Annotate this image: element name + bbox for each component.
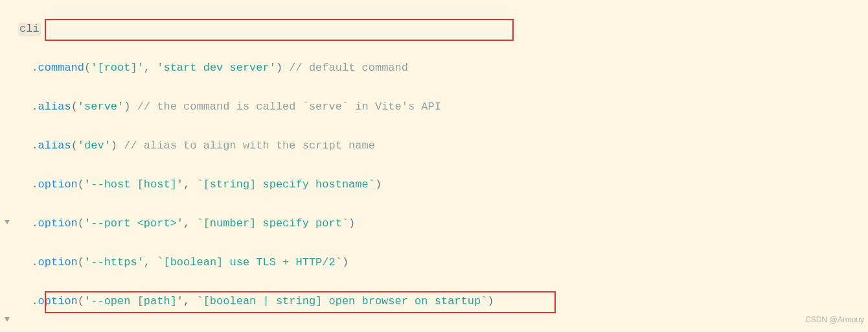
method-alias: alias bbox=[38, 101, 71, 113]
string-literal: 'start dev server' bbox=[157, 62, 276, 74]
method-alias: alias bbox=[38, 139, 71, 152]
method-option: option bbox=[38, 295, 78, 307]
watermark: CSDN @Armouy bbox=[805, 310, 864, 329]
code-line: .alias('serve') // the command is called… bbox=[18, 97, 712, 117]
method-option: option bbox=[38, 217, 78, 230]
string-literal: '--open [path]' bbox=[84, 295, 183, 307]
code-line: .command('[root]', 'start dev server') /… bbox=[18, 58, 712, 78]
code-line: .option('--https', `[boolean] use TLS + … bbox=[18, 253, 712, 272]
string-literal: `[number] specify port` bbox=[196, 217, 348, 230]
string-literal: 'dev' bbox=[78, 139, 111, 152]
code-block: cli .command('[root]', 'start dev server… bbox=[0, 0, 712, 332]
method-option: option bbox=[38, 178, 78, 191]
string-literal: `[string] specify hostname` bbox=[196, 178, 374, 191]
code-line: cli bbox=[18, 19, 712, 39]
string-literal: '--port <port>' bbox=[84, 217, 183, 230]
comment: // default command bbox=[282, 62, 408, 74]
comment: // the command is called `serve` in Vite… bbox=[130, 101, 440, 113]
string-literal: '--host [host]' bbox=[84, 178, 183, 191]
code-line: .option('--port <port>', `[number] speci… bbox=[18, 214, 712, 233]
string-literal: `[boolean] use TLS + HTTP/2` bbox=[157, 256, 342, 268]
method-option: option bbox=[38, 256, 78, 268]
code-line: .option('--open [path]', `[boolean | str… bbox=[18, 292, 712, 311]
method-command: command bbox=[38, 62, 84, 74]
identifier: cli bbox=[18, 23, 41, 36]
string-literal: '--https' bbox=[84, 256, 144, 268]
code-line: .alias('dev') // alias to align with the… bbox=[18, 136, 712, 156]
string-literal: 'serve' bbox=[78, 101, 124, 113]
comment: // alias to align with the script name bbox=[117, 139, 375, 152]
string-literal: `[boolean | string] open browser on star… bbox=[196, 295, 487, 307]
string-literal: '[root]' bbox=[91, 62, 144, 74]
code-line: .option('--host [host]', `[string] speci… bbox=[18, 175, 712, 195]
